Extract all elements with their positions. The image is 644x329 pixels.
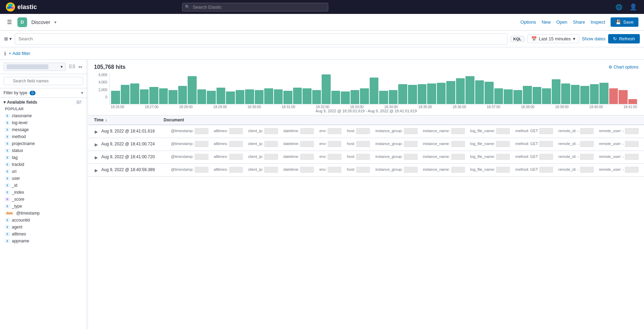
chart-bar[interactable] bbox=[245, 89, 254, 104]
table-row[interactable]: ▶Aug 9, 2022 @ 18:41:01.616@timestamp: a… bbox=[88, 125, 644, 138]
hamburger-menu-button[interactable]: ☰ bbox=[6, 17, 13, 27]
share-button[interactable]: Share bbox=[573, 19, 585, 25]
chart-bar[interactable] bbox=[628, 99, 637, 104]
chart-bar[interactable] bbox=[561, 83, 570, 104]
chart-bar[interactable] bbox=[542, 88, 551, 104]
field-item[interactable]: tuser bbox=[3, 175, 83, 182]
chart-bar[interactable] bbox=[159, 88, 168, 104]
field-item[interactable]: tappname bbox=[3, 238, 83, 244]
available-fields-title[interactable]: ▾ Available fields bbox=[3, 100, 37, 105]
chart-bar[interactable] bbox=[389, 90, 398, 104]
chart-bar[interactable] bbox=[130, 83, 139, 104]
chart-bar[interactable] bbox=[168, 90, 178, 104]
field-item[interactable]: tstatus bbox=[3, 147, 83, 154]
show-dates-button[interactable]: Show dates bbox=[582, 36, 606, 41]
chart-bar[interactable] bbox=[274, 89, 283, 104]
chart-bar[interactable] bbox=[370, 78, 379, 104]
chart-bar[interactable] bbox=[351, 90, 360, 104]
chart-bar[interactable] bbox=[552, 79, 561, 104]
query-toggle[interactable]: ⊞ ▾ bbox=[4, 36, 12, 41]
expand-row-button[interactable]: ▶ bbox=[94, 167, 99, 174]
chart-bar[interactable] bbox=[571, 85, 580, 104]
chart-bar[interactable] bbox=[283, 91, 292, 104]
sidebar-arrows-icon[interactable]: ⇔ bbox=[78, 63, 83, 70]
globe-icon[interactable]: 🌐 bbox=[614, 2, 624, 12]
save-button[interactable]: 💾 Save bbox=[611, 17, 638, 27]
chart-bar[interactable] bbox=[619, 90, 628, 104]
field-item[interactable]: tlog-level bbox=[3, 119, 83, 126]
chart-bar[interactable] bbox=[408, 85, 417, 104]
chart-bar[interactable] bbox=[465, 76, 474, 104]
field-item[interactable]: #_score bbox=[3, 196, 83, 203]
chart-bar[interactable] bbox=[331, 91, 340, 104]
chart-bar[interactable] bbox=[456, 78, 465, 104]
chart-bar[interactable] bbox=[599, 83, 608, 104]
chart-bar[interactable] bbox=[217, 88, 226, 104]
chart-bar[interactable] bbox=[398, 84, 407, 104]
table-row[interactable]: ▶Aug 9, 2022 @ 18:41:00.724@timestamp: a… bbox=[88, 138, 644, 151]
app-chevron-icon[interactable]: ▾ bbox=[54, 20, 56, 25]
field-item[interactable]: t_type bbox=[3, 203, 83, 210]
chart-bar[interactable] bbox=[580, 86, 589, 104]
chart-bar[interactable] bbox=[513, 90, 523, 104]
chart-bar[interactable] bbox=[379, 91, 388, 104]
field-item[interactable]: talltimes bbox=[3, 231, 83, 238]
field-item[interactable]: t_index bbox=[3, 189, 83, 196]
chart-bar[interactable] bbox=[427, 83, 436, 104]
chart-bar[interactable] bbox=[494, 88, 503, 104]
chart-bar[interactable] bbox=[485, 82, 494, 104]
field-item[interactable]: tmessage bbox=[3, 126, 83, 133]
table-row[interactable]: ▶Aug 9, 2022 @ 18:41:00.720@timestamp: a… bbox=[88, 151, 644, 164]
time-column-header[interactable]: Time ↓ bbox=[94, 118, 164, 122]
field-item[interactable]: t_id bbox=[3, 182, 83, 189]
index-selector-button[interactable]: ▾ bbox=[3, 63, 66, 71]
field-item[interactable]: tmethod bbox=[3, 133, 83, 140]
chart-bar[interactable] bbox=[504, 89, 513, 104]
expand-row-button[interactable]: ▶ bbox=[94, 129, 99, 135]
chart-bar[interactable] bbox=[197, 89, 206, 104]
chart-bar[interactable] bbox=[322, 74, 331, 104]
chart-options-button[interactable]: ⚙ Chart options bbox=[608, 65, 638, 70]
chart-bar[interactable] bbox=[111, 91, 120, 104]
chart-bar[interactable] bbox=[523, 86, 532, 104]
field-item[interactable]: date@timestamp bbox=[3, 210, 83, 217]
field-item[interactable]: turi bbox=[3, 168, 83, 175]
search-input[interactable] bbox=[18, 36, 504, 41]
chart-bar[interactable] bbox=[590, 84, 599, 104]
chart-bar[interactable] bbox=[533, 87, 542, 104]
inspect-button[interactable]: Inspect bbox=[590, 19, 605, 25]
search-fields-input[interactable] bbox=[3, 77, 83, 85]
sidebar-grid-icon[interactable]: ⠿⠿ bbox=[68, 63, 76, 70]
chart-bar[interactable] bbox=[121, 85, 130, 104]
time-picker[interactable]: 📅 Last 15 minutes ▾ bbox=[527, 34, 579, 43]
add-filter-button[interactable]: + Add filter bbox=[9, 51, 30, 56]
chart-bar[interactable] bbox=[360, 88, 369, 104]
field-item[interactable]: taccountid bbox=[3, 217, 83, 224]
field-item[interactable]: tclassname bbox=[3, 112, 83, 119]
filter-info-icon[interactable]: ℹ bbox=[4, 51, 6, 56]
chart-bar[interactable] bbox=[264, 88, 273, 104]
chart-bar[interactable] bbox=[207, 91, 216, 104]
filter-by-type-section[interactable]: Filter by type 0 ▾ bbox=[0, 88, 87, 98]
results-table[interactable]: Time ↓ Document ▶Aug 9, 2022 @ 18:41:01.… bbox=[88, 115, 644, 329]
chart-bar[interactable] bbox=[226, 91, 235, 104]
chart-bar[interactable] bbox=[475, 80, 484, 104]
expand-row-button[interactable]: ▶ bbox=[94, 154, 99, 161]
options-button[interactable]: Options bbox=[520, 19, 536, 25]
chart-bar[interactable] bbox=[341, 91, 350, 104]
chart-bar[interactable] bbox=[418, 84, 427, 104]
chart-bar[interactable] bbox=[236, 90, 245, 104]
global-search-input[interactable] bbox=[182, 3, 328, 11]
elastic-logo[interactable]: elastic bbox=[6, 2, 37, 12]
open-button[interactable]: Open bbox=[556, 19, 567, 25]
chart-bar[interactable] bbox=[446, 81, 455, 104]
expand-row-button[interactable]: ▶ bbox=[94, 142, 99, 148]
chart-bar[interactable] bbox=[188, 76, 197, 104]
field-item[interactable]: ttag bbox=[3, 154, 83, 161]
chart-bar[interactable] bbox=[255, 90, 264, 104]
chart-bar[interactable] bbox=[312, 90, 321, 104]
field-item[interactable]: tagent bbox=[3, 224, 83, 231]
kql-badge[interactable]: KQL bbox=[510, 36, 525, 42]
chart-bar[interactable] bbox=[303, 88, 312, 104]
chart-bar[interactable] bbox=[178, 86, 187, 104]
